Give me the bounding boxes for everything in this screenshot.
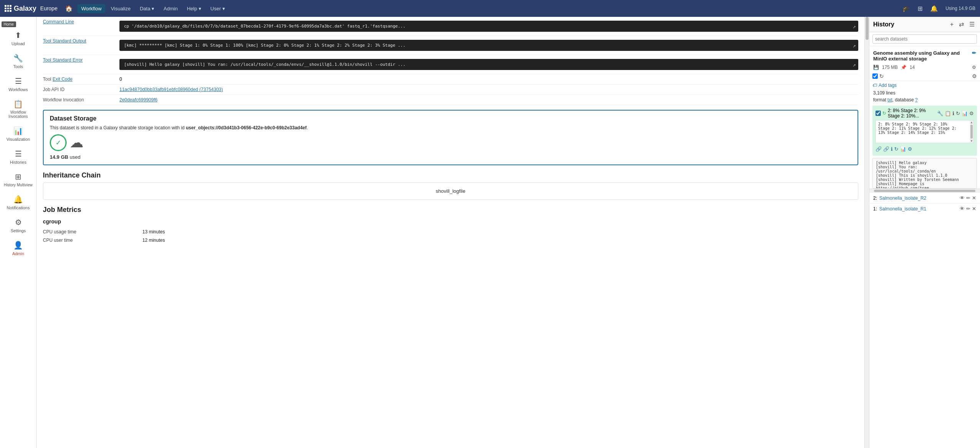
workflow-invocation-link[interactable]: 2e0deafc699909f6 [119, 97, 157, 103]
nav-admin[interactable]: Admin [160, 4, 181, 13]
metrics-value-0: 13 minutes [142, 229, 165, 235]
grid-icon [5, 5, 11, 12]
gear-icon[interactable]: ⚙ [972, 73, 977, 79]
tag-add-row[interactable]: 🏷 Add tags [869, 81, 980, 90]
dataset-icon-1[interactable]: 🔗 [875, 146, 882, 152]
scroll-up-icon[interactable]: ▲ [970, 121, 973, 124]
history-size: 175 MB [882, 65, 898, 70]
sidebar-item-tools[interactable]: 🔧 Tools [2, 51, 35, 72]
search-input[interactable] [872, 34, 977, 44]
sidebar-item-visualization[interactable]: 📊 Visualization [2, 123, 35, 145]
history-edit-icon[interactable]: ✏ [972, 50, 976, 56]
sidebar-upload-label: Upload [11, 41, 25, 46]
horiz-scroll-thumb [874, 190, 975, 192]
format-link[interactable]: txt [887, 97, 892, 103]
dataset-list-actions-1: 👁 ✏ ✕ [960, 206, 976, 212]
brand-region: Europe [40, 5, 57, 11]
dataset-action-info[interactable]: ℹ [952, 111, 954, 116]
command-line-expand[interactable]: ↗ [853, 23, 856, 29]
job-api-link[interactable]: 11ac94870d0bb33afb91ebfc08960ded (737543… [119, 87, 223, 92]
dataset-preview-text: 2: 8% Stage 2: 9% Stage 2: 10%... [888, 108, 936, 119]
dataset-action-btn-1[interactable]: 🔧 [937, 111, 943, 116]
sidebar-visualization-label: Visualization [7, 137, 30, 142]
dataset-delete-icon-1[interactable]: ✕ [972, 206, 976, 212]
dataset-icon-2[interactable]: 🔗 [883, 146, 889, 152]
nav-bell-icon[interactable]: 🔔 [927, 3, 941, 14]
sidebar-item-settings[interactable]: ⚙ Settings [2, 215, 35, 236]
format-line: format txt, database ? [869, 96, 980, 103]
sidebar-item-workflows[interactable]: ☰ Workflows [2, 73, 35, 95]
dataset-delete-icon-2[interactable]: ✕ [972, 195, 976, 201]
dataset-eye-icon-2[interactable]: 👁 [960, 195, 965, 201]
history-menu-button[interactable]: ☰ [968, 20, 976, 29]
dataset-list-link-2[interactable]: Salmonella_isolate_R2 [879, 195, 926, 201]
history-toolbar: ↻ ⚙ [869, 72, 980, 81]
tools-icon: 🔧 [13, 54, 23, 63]
dataset-refresh-icon[interactable]: ↻ [882, 111, 886, 116]
tool-stderr-link[interactable]: Tool Standard Error [43, 57, 83, 63]
tool-stderr-label: Tool Standard Error [43, 57, 119, 63]
dataset-icon-info[interactable]: ℹ [891, 146, 893, 152]
sidebar-item-history-multiview[interactable]: ⊞ History Multiview [2, 169, 35, 190]
dataset-content-preview: 2: 8% Stage 2: 9% Stage 2: 10% Stage 2: … [875, 120, 974, 143]
sidebar-item-histories[interactable]: ☰ Histories [2, 146, 35, 168]
job-api-label: Job API ID [43, 87, 119, 92]
command-line-link[interactable]: Command Line [43, 19, 74, 24]
content-scrollbar[interactable] [864, 17, 869, 448]
tool-stdout-link[interactable]: Tool Standard Output [43, 38, 86, 44]
nav-user[interactable]: User ▾ [207, 4, 229, 13]
preview-scrollbar[interactable]: ▲ ▼ [970, 121, 973, 143]
dataset-storage-box: Dataset Storage This dataset is stored i… [43, 110, 858, 165]
upload-icon: ⬆ [15, 31, 21, 40]
dataset-action-btn-2[interactable]: 📋 [945, 111, 951, 116]
nav-workflow[interactable]: Workflow [77, 4, 105, 13]
dataset-icon-chart[interactable]: 📊 [900, 146, 906, 152]
history-settings-icon[interactable]: ⚙ [972, 65, 976, 70]
dataset-eye-icon-1[interactable]: 👁 [960, 206, 965, 212]
inheritance-box: shovill_logfile [43, 182, 858, 200]
dataset-action-share[interactable]: ⚙ [969, 111, 974, 116]
dataset-edit-icon-1[interactable]: ✏ [966, 206, 970, 212]
storage-usage: Using 14.9 GB [946, 6, 975, 11]
stats-line: 3,109 lines [869, 90, 980, 96]
refresh-icon[interactable]: ↻ [879, 73, 884, 79]
sharable-link[interactable]: sharable [119, 125, 137, 130]
stats-value: 3,109 lines [873, 90, 895, 96]
nav-visualize[interactable]: Visualize [107, 4, 134, 13]
dataset-icon-retry[interactable]: ↻ [894, 146, 898, 152]
nav-data[interactable]: Data ▾ [136, 4, 158, 13]
metrics-value-1: 12 minutes [142, 238, 165, 243]
dataset-action-retry[interactable]: ↻ [956, 111, 960, 116]
metrics-row-0: CPU usage time 13 minutes [43, 228, 858, 236]
dataset-edit-icon-2[interactable]: ✏ [966, 195, 970, 201]
exit-code-link[interactable]: Exit Code [52, 77, 72, 82]
sidebar-item-admin[interactable]: 👤 Admin [2, 238, 35, 259]
dataset-checkbox[interactable] [875, 111, 881, 116]
nav-graduation-icon[interactable]: 🎓 [899, 3, 913, 14]
sidebar-item-workflow-invocations[interactable]: 📋 Workflow Invocations [2, 96, 35, 122]
log-line-1: [shovill] You ran: /usr/local/tools/_con… [876, 165, 973, 173]
brand-logo[interactable]: Galaxy Europe [5, 5, 57, 13]
dataset-action-chart[interactable]: 📊 [962, 111, 968, 116]
history-add-button[interactable]: + [949, 20, 955, 29]
sidebar-tools-label: Tools [13, 64, 23, 69]
dataset-icon-share[interactable]: ⚙ [908, 146, 912, 152]
sidebar-item-notifications[interactable]: 🔔 Notifications [2, 192, 35, 213]
visualization-icon: 📊 [13, 126, 23, 135]
dataset-list-link-1[interactable]: Salmonella_isolate_R1 [879, 206, 926, 212]
tool-stderr-expand[interactable]: ↗ [853, 62, 856, 68]
database-link[interactable]: ? [915, 97, 918, 103]
nav-apps-icon[interactable]: ⊞ [915, 3, 926, 14]
nav-home-icon[interactable]: 🏠 [62, 3, 76, 14]
tool-stdout-expand[interactable]: ↗ [853, 42, 856, 49]
exit-code-value: 0 [119, 77, 858, 82]
dataset-list-num-1: 1: [873, 206, 877, 212]
nav-help[interactable]: Help ▾ [183, 4, 205, 13]
dataset-list-actions-2: 👁 ✏ ✕ [960, 195, 976, 201]
sidebar-item-upload[interactable]: ⬆ Upload [2, 28, 35, 49]
log-horizontal-scrollbar[interactable] [869, 189, 980, 192]
sidebar-invocations-label: Workflow Invocations [3, 110, 34, 119]
history-switch-button[interactable]: ⇄ [957, 20, 965, 29]
scroll-down-icon[interactable]: ▼ [970, 139, 973, 143]
select-all-checkbox[interactable] [872, 73, 878, 79]
